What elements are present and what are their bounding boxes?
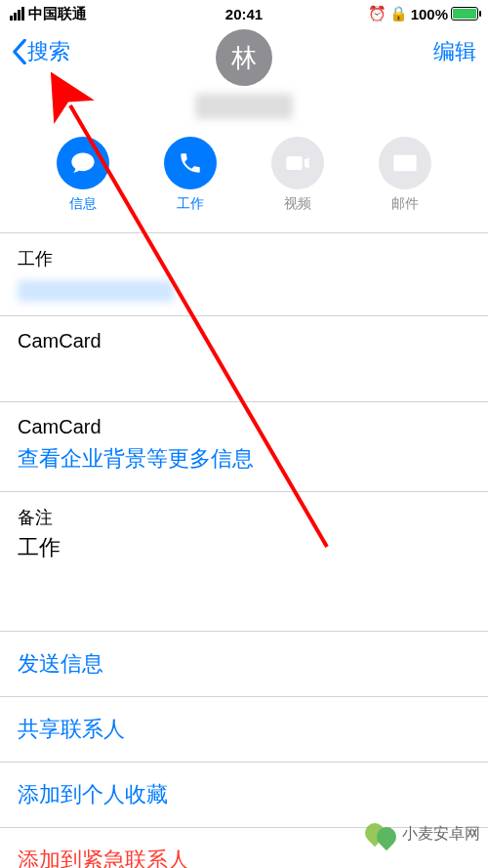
mail-icon	[379, 137, 431, 189]
action-row: 信息 工作 视频 邮件	[0, 123, 488, 232]
contact-name-redacted	[195, 94, 293, 119]
alarm-icon: ⏰	[368, 5, 386, 22]
work-label: 工作	[18, 247, 470, 270]
camcard-more-info-link[interactable]: 查看企业背景等更多信息	[18, 444, 470, 474]
action-call-label: 工作	[177, 195, 204, 213]
status-right: ⏰ 🔒 100%	[368, 5, 478, 22]
notes-label: 备注	[18, 506, 470, 529]
phone-icon	[164, 137, 217, 189]
video-icon	[271, 137, 324, 189]
action-video[interactable]: 视频	[271, 137, 324, 213]
action-video-label: 视频	[284, 195, 311, 213]
notes-section[interactable]: 备注 工作	[0, 491, 488, 631]
back-label: 搜索	[27, 37, 70, 66]
camcard-section-1[interactable]: CamCard	[0, 315, 488, 401]
notes-value: 工作	[18, 533, 470, 562]
camcard-section-2: CamCard 查看企业背景等更多信息	[0, 401, 488, 491]
orientation-lock-icon: 🔒	[389, 5, 408, 22]
battery-pct: 100%	[411, 6, 448, 22]
carrier-label: 中国联通	[28, 5, 87, 23]
message-icon	[57, 137, 109, 189]
work-value-redacted	[18, 280, 174, 302]
action-call[interactable]: 工作	[164, 137, 217, 213]
camcard-label-2: CamCard	[18, 416, 470, 438]
signal-icon	[10, 7, 24, 21]
watermark-text: 小麦安卓网	[402, 824, 480, 845]
send-message-row[interactable]: 发送信息	[0, 631, 488, 696]
status-left: 中国联通	[10, 5, 87, 23]
avatar[interactable]: 林	[216, 29, 272, 86]
action-message[interactable]: 信息	[57, 137, 109, 213]
battery-icon	[451, 7, 478, 21]
camcard-label-1: CamCard	[18, 330, 102, 351]
share-contact-row[interactable]: 共享联系人	[0, 696, 488, 762]
back-button[interactable]: 搜索	[12, 37, 70, 66]
avatar-wrap: 林	[216, 29, 272, 86]
action-mail[interactable]: 邮件	[379, 137, 431, 213]
action-message-label: 信息	[69, 195, 97, 213]
watermark-logo-icon	[365, 817, 398, 850]
action-mail-label: 邮件	[391, 195, 419, 213]
chevron-left-icon	[12, 39, 27, 64]
watermark: 小麦安卓网	[365, 817, 480, 850]
status-bar: 中国联通 20:41 ⏰ 🔒 100%	[0, 0, 488, 27]
contact-name-area	[0, 94, 488, 123]
edit-button[interactable]: 编辑	[433, 37, 476, 66]
work-section[interactable]: 工作	[0, 232, 488, 315]
status-time: 20:41	[225, 6, 263, 22]
